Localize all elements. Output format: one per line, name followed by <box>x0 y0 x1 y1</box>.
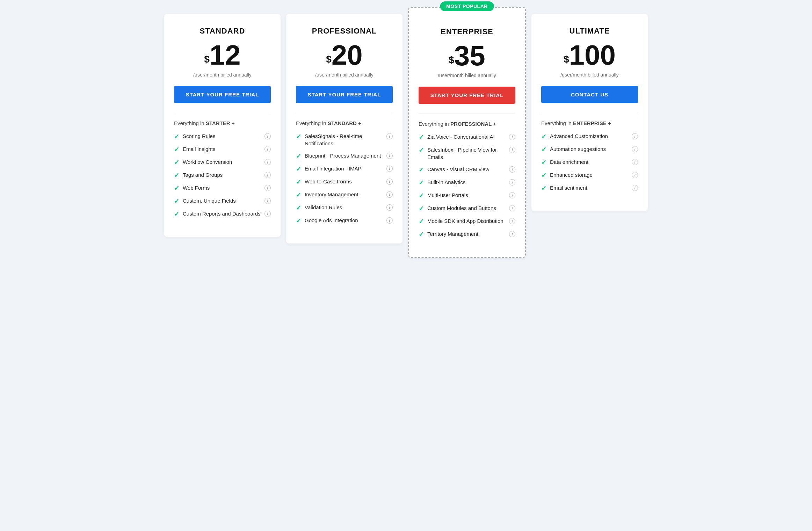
feature-item: ✓ SalesSignals - Real-time Notifications… <box>296 132 393 147</box>
check-icon: ✓ <box>541 146 546 153</box>
plan-name-professional: PROFESSIONAL <box>296 27 393 36</box>
info-icon[interactable]: i <box>264 159 271 165</box>
cta-button-standard[interactable]: START YOUR FREE TRIAL <box>174 86 271 103</box>
plan-includes-enterprise: Everything in PROFESSIONAL + <box>419 121 515 127</box>
most-popular-badge: MOST POPULAR <box>440 1 494 11</box>
check-icon: ✓ <box>174 184 179 192</box>
info-icon[interactable]: i <box>386 179 393 185</box>
feature-text: Territory Management <box>427 230 506 238</box>
plan-divider <box>296 113 393 113</box>
info-icon[interactable]: i <box>632 146 638 152</box>
plan-divider <box>419 114 515 114</box>
feature-text: Built-in Analytics <box>427 179 506 186</box>
info-icon[interactable]: i <box>509 192 515 198</box>
feature-item: ✓ Inventory Management i <box>296 191 393 199</box>
feature-item: ✓ Email Insights i <box>174 145 271 153</box>
plan-divider <box>541 113 638 113</box>
feature-text: SalesInbox - Pipeline View for Emails <box>427 146 506 161</box>
plan-card-enterprise: MOST POPULAR ENTERPRISE $35 /user/month … <box>408 7 526 258</box>
info-icon[interactable]: i <box>509 179 515 186</box>
feature-text: Mobile SDK and App Distribution <box>427 217 506 225</box>
feature-text: Custom, Unique Fields <box>183 197 262 204</box>
feature-text: Scoring Rules <box>183 132 262 140</box>
check-icon: ✓ <box>541 159 546 166</box>
currency-symbol: $ <box>564 54 569 65</box>
check-icon: ✓ <box>174 146 179 153</box>
plan-name-enterprise: ENTERPRISE <box>419 27 515 36</box>
feature-item: ✓ Advanced Customization i <box>541 132 638 140</box>
check-icon: ✓ <box>419 205 424 212</box>
check-icon: ✓ <box>174 197 179 205</box>
plan-billing-professional: /user/month billed annually <box>296 72 393 78</box>
info-icon[interactable]: i <box>509 218 515 224</box>
check-icon: ✓ <box>419 218 424 225</box>
feature-item: ✓ Scoring Rules i <box>174 132 271 140</box>
feature-text: Advanced Customization <box>550 132 629 140</box>
feature-text: Workflow Conversion <box>183 158 262 166</box>
info-icon[interactable]: i <box>264 198 271 204</box>
info-icon[interactable]: i <box>386 217 393 224</box>
check-icon: ✓ <box>419 179 424 187</box>
price-amount: 20 <box>332 39 363 71</box>
feature-text: Inventory Management <box>305 191 384 198</box>
check-icon: ✓ <box>296 133 301 140</box>
plan-includes-professional: Everything in STANDARD + <box>296 120 393 126</box>
check-icon: ✓ <box>296 191 301 199</box>
info-icon[interactable]: i <box>632 159 638 165</box>
feature-item: ✓ Custom Reports and Dashboards i <box>174 210 271 218</box>
info-icon[interactable]: i <box>264 172 271 178</box>
feature-item: ✓ Web Forms i <box>174 184 271 192</box>
feature-text: Canvas - Visual CRM view <box>427 166 506 173</box>
feature-text: Web-to-Case Forms <box>305 178 384 185</box>
info-icon[interactable]: i <box>386 166 393 172</box>
plan-name-standard: STANDARD <box>174 27 271 36</box>
check-icon: ✓ <box>174 159 179 166</box>
plan-card-standard: STANDARD $12 /user/month billed annually… <box>164 14 281 237</box>
feature-item: ✓ Email sentiment i <box>541 184 638 192</box>
info-icon[interactable]: i <box>509 134 515 140</box>
info-icon[interactable]: i <box>264 211 271 217</box>
check-icon: ✓ <box>419 133 424 141</box>
info-icon[interactable]: i <box>386 204 393 211</box>
check-icon: ✓ <box>541 133 546 140</box>
cta-button-enterprise[interactable]: START YOUR FREE TRIAL <box>419 87 515 104</box>
info-icon[interactable]: i <box>386 191 393 198</box>
plan-price-standard: $12 <box>174 41 271 69</box>
feature-text: Google Ads Integration <box>305 217 384 224</box>
info-icon[interactable]: i <box>509 205 515 211</box>
check-icon: ✓ <box>419 146 424 154</box>
feature-item: ✓ Canvas - Visual CRM view i <box>419 166 515 174</box>
feature-item: ✓ Custom Modules and Buttons i <box>419 204 515 212</box>
feature-text: Enhanced storage <box>550 171 629 179</box>
feature-item: ✓ Mobile SDK and App Distribution i <box>419 217 515 225</box>
feature-item: ✓ Validation Rules i <box>296 204 393 212</box>
feature-text: Email Integration - IMAP <box>305 165 384 172</box>
feature-item: ✓ Enhanced storage i <box>541 171 638 179</box>
cta-button-ultimate[interactable]: CONTACT US <box>541 86 638 103</box>
info-icon[interactable]: i <box>386 133 393 139</box>
check-icon: ✓ <box>296 165 301 173</box>
check-icon: ✓ <box>419 166 424 174</box>
plan-billing-ultimate: /user/month billed annually <box>541 72 638 78</box>
info-icon[interactable]: i <box>632 172 638 178</box>
check-icon: ✓ <box>296 217 301 225</box>
info-icon[interactable]: i <box>632 133 638 139</box>
check-icon: ✓ <box>174 172 179 179</box>
info-icon[interactable]: i <box>264 133 271 139</box>
feature-item: ✓ Workflow Conversion i <box>174 158 271 166</box>
cta-button-professional[interactable]: START YOUR FREE TRIAL <box>296 86 393 103</box>
info-icon[interactable]: i <box>264 146 271 152</box>
plan-price-professional: $20 <box>296 41 393 69</box>
price-amount: 100 <box>569 39 616 71</box>
info-icon[interactable]: i <box>509 231 515 237</box>
info-icon[interactable]: i <box>632 185 638 191</box>
info-icon[interactable]: i <box>509 166 515 173</box>
info-icon[interactable]: i <box>264 185 271 191</box>
feature-item: ✓ Built-in Analytics i <box>419 179 515 187</box>
info-icon[interactable]: i <box>509 147 515 153</box>
feature-item: ✓ Data enrichment i <box>541 158 638 166</box>
feature-text: Web Forms <box>183 184 262 191</box>
feature-text: Data enrichment <box>550 158 629 166</box>
info-icon[interactable]: i <box>386 153 393 159</box>
check-icon: ✓ <box>419 192 424 199</box>
